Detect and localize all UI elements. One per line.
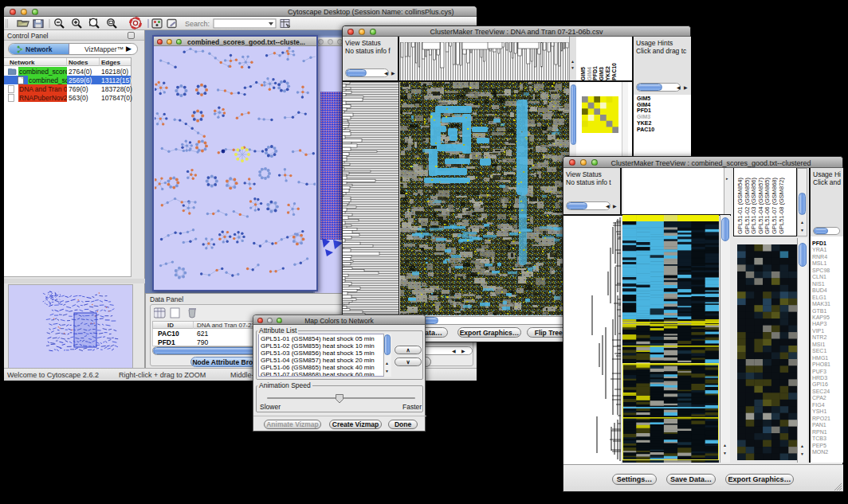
svg-text:Search:: Search: [185,20,210,28]
